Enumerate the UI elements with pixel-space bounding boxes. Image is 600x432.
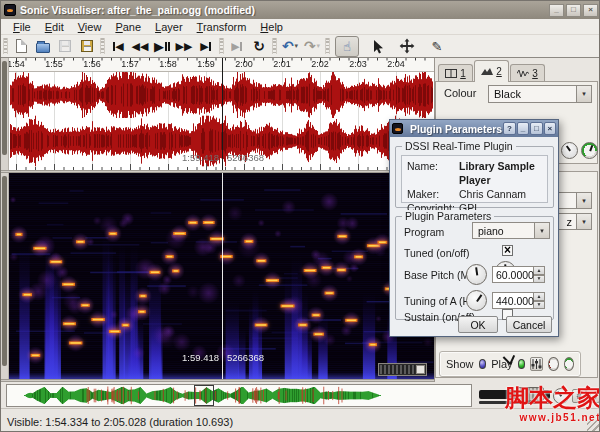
cursor-frame-label: 5266368 (227, 352, 264, 363)
base-pitch-value[interactable]: 60.0000 (492, 266, 534, 283)
play-selection-button[interactable]: ▶ (227, 36, 247, 56)
gain-dial[interactable] (581, 142, 598, 159)
overview-visible-region[interactable] (194, 385, 214, 406)
fast-forward-to-end-button[interactable]: ▶ (196, 36, 216, 56)
play-pause-button[interactable]: ▶ (152, 36, 172, 56)
spectrogram-h-scrollbar[interactable] (378, 363, 427, 376)
tab-pane-2[interactable]: 2 (474, 60, 509, 82)
dial-button[interactable] (586, 389, 600, 403)
toolbar-grip[interactable] (3, 38, 8, 54)
navigate-tool-button[interactable]: ☝ (335, 36, 359, 57)
chevron-down-icon[interactable]: ▾ (576, 214, 591, 229)
pan-dial[interactable] (548, 357, 558, 371)
fast-forward-button[interactable]: ▶▶ (174, 36, 194, 56)
pane1-scroll-strip[interactable] (1, 58, 9, 170)
menu-edit[interactable]: Edit (38, 20, 71, 34)
program-select[interactable]: piano ▾ (472, 222, 550, 239)
ok-button[interactable]: OK (458, 316, 498, 333)
undo-button[interactable]: ↶▾ (280, 36, 300, 56)
fader-button[interactable] (530, 357, 543, 371)
menu-help[interactable]: Help (253, 20, 290, 34)
vertical-zoom-dial[interactable] (561, 142, 578, 159)
save-session-button[interactable] (55, 36, 75, 56)
toolbar-separator (100, 38, 105, 54)
redo-button[interactable]: ↷▾ (302, 36, 322, 56)
dialog-maximize-button[interactable]: □ (530, 122, 542, 135)
cursor-frame-label: 5266368 (227, 152, 264, 163)
tuning-dial[interactable] (466, 290, 487, 311)
tab-pane-1[interactable]: 1 (438, 64, 473, 81)
save-disk-icon (59, 40, 71, 52)
timeline-tick-label: 1:54 (9, 59, 29, 69)
playback-gain-dial[interactable] (564, 357, 574, 371)
overview-canvas[interactable] (8, 386, 470, 405)
chevron-down-icon[interactable]: ▾ (295, 42, 299, 50)
tuning-spinbox[interactable]: 440.0000 ▲▼ (492, 292, 545, 309)
pane2-tab-icon (481, 67, 493, 76)
chevron-down-icon[interactable]: ▾ (576, 193, 591, 208)
menu-layer[interactable]: Layer (148, 20, 190, 34)
menu-view[interactable]: View (71, 20, 109, 34)
maximize-button[interactable]: □ (566, 4, 581, 17)
pane-splitter[interactable] (1, 379, 434, 382)
scrollbar-ribs (380, 365, 415, 374)
menu-transform[interactable]: Transform (190, 20, 254, 34)
dialog-titlebar[interactable]: Plugin Parameters ? _ □ × (390, 120, 558, 137)
base-pitch-spinbox[interactable]: 60.0000 ▲▼ (492, 266, 545, 283)
base-pitch-dial[interactable] (466, 264, 487, 285)
parameters-group-title: Plugin Parameters (402, 210, 494, 222)
tuned-label: Tuned (on/off) (404, 247, 469, 259)
slider-handle[interactable] (517, 387, 544, 401)
pane2-scroll-strip[interactable] (1, 173, 9, 379)
cancel-button[interactable]: Cancel (506, 316, 552, 333)
spin-down-icon[interactable]: ▼ (534, 275, 545, 284)
pane2-scroll-handle[interactable] (2, 176, 7, 366)
end-icon (209, 42, 211, 51)
edit-tool-button[interactable] (395, 36, 419, 57)
fader-icon (531, 359, 542, 369)
close-button[interactable]: × (583, 4, 598, 17)
dialog-minimize-button[interactable]: _ (517, 122, 529, 135)
show-led-button[interactable] (479, 359, 487, 369)
timeline-tick-label: 1:58 (155, 59, 181, 69)
tab-pane-3[interactable]: 3 (510, 64, 545, 81)
playback-speed-dial[interactable] (553, 388, 569, 404)
play-led-button[interactable] (518, 359, 526, 369)
tuned-checkbox[interactable]: × (502, 245, 513, 256)
plugin-info-box: Name:Library Sample Player Maker:Chris C… (401, 155, 548, 203)
minimize-button[interactable]: _ (549, 4, 564, 17)
dial-needle (565, 145, 570, 151)
new-session-button[interactable] (11, 36, 31, 56)
redo-icon: ↷ (304, 38, 316, 54)
rewind-to-start-button[interactable]: ◀ (108, 36, 128, 56)
open-session-button[interactable] (33, 36, 53, 56)
spin-up-icon[interactable]: ▲ (534, 292, 545, 301)
pane1-tab-icon (445, 69, 457, 78)
colour-select[interactable]: Black ▾ (488, 85, 592, 103)
chevron-down-icon[interactable]: ▾ (576, 86, 591, 102)
open-folder-icon (36, 43, 50, 53)
draw-tool-button[interactable]: ✎ (425, 36, 449, 57)
toolbar-separator (325, 38, 330, 54)
play-loop-button[interactable]: ↻ (249, 36, 269, 56)
plugin-name-row: Name:Library Sample Player (407, 159, 542, 187)
pane1-scroll-handle[interactable] (2, 61, 7, 155)
import-audio-button[interactable] (77, 36, 97, 56)
spin-down-icon[interactable]: ▼ (534, 301, 545, 310)
rewind-button[interactable]: ◀◀ (130, 36, 150, 56)
scrollbar-handle[interactable] (416, 365, 425, 374)
tuning-value[interactable]: 440.0000 (492, 292, 534, 309)
dialog-close-button[interactable]: × (544, 122, 556, 135)
plugin-parameters-dialog: Plugin Parameters ? _ □ × DSSI Real-Time… (389, 119, 559, 337)
menu-file[interactable]: File (6, 20, 38, 34)
loop-icon: ↻ (253, 39, 265, 53)
window-titlebar[interactable]: Sonic Visualiser: after_the_pain.ogg (mo… (1, 1, 600, 19)
dialog-help-button[interactable]: ? (503, 122, 515, 135)
chevron-down-icon[interactable]: ▾ (534, 223, 549, 238)
menu-pane[interactable]: Pane (108, 20, 148, 34)
select-tool-button[interactable] (365, 36, 389, 57)
resize-grip[interactable] (587, 419, 600, 432)
plugin-name: Library Sample Player (459, 159, 542, 187)
spin-up-icon[interactable]: ▲ (534, 266, 545, 275)
grid-button[interactable]: # (572, 389, 586, 403)
